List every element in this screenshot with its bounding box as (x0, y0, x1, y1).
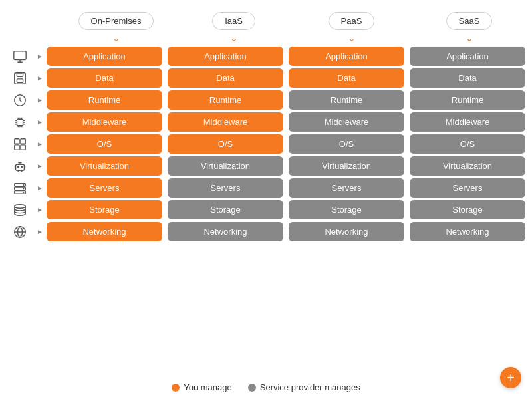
svg-point-18 (23, 192, 25, 193)
row-arrow-0: ► (33, 53, 47, 60)
table-row: ► Networking Networking Networking Netwo… (7, 222, 525, 241)
cell-0-1: Application (168, 47, 283, 66)
legend-provider-manages-label: Service provider manages (260, 382, 360, 392)
table-row: ► Servers Servers Servers Servers (7, 178, 525, 198)
svg-rect-8 (15, 144, 19, 149)
storage-icon (7, 203, 33, 217)
cell-1-3: Data (410, 68, 525, 88)
cell-0-2: Application (289, 47, 404, 66)
cell-3-3: Middleware (410, 112, 525, 132)
row-arrow-6: ► (33, 184, 47, 192)
cell-7-0: Storage (47, 200, 162, 219)
network-icon (7, 225, 33, 239)
row-arrow-8: ► (33, 228, 47, 235)
svg-point-12 (21, 166, 23, 168)
svg-point-16 (23, 184, 25, 186)
main-container: On-Premises IaaS PaaS SaaS ⌄ ⌄ ⌄ ⌄ (0, 0, 532, 399)
svg-rect-2 (17, 72, 23, 76)
cell-4-2: O/S (289, 134, 404, 154)
cell-2-0: Runtime (47, 90, 162, 110)
cell-7-1: Storage (168, 200, 283, 219)
server-icon (7, 181, 33, 196)
svg-rect-3 (17, 78, 23, 82)
svg-rect-0 (14, 51, 26, 59)
svg-point-17 (23, 188, 25, 189)
chevron-0: ⌄ (60, 33, 172, 43)
cell-2-3: Runtime (410, 90, 525, 110)
cell-5-0: Virtualization (47, 156, 162, 176)
legend-dot-orange (172, 384, 180, 392)
cell-6-1: Servers (168, 178, 283, 198)
row-arrow-2: ► (33, 96, 47, 104)
cell-3-1: Middleware (168, 112, 283, 132)
cell-7-2: Storage (289, 200, 404, 219)
svg-rect-6 (15, 138, 19, 143)
chevron-2: ⌄ (295, 33, 408, 43)
cell-5-2: Virtualization (289, 156, 404, 176)
row-arrow-3: ► (33, 118, 47, 126)
fab-button[interactable]: + (500, 367, 521, 388)
chevron-1: ⌄ (178, 33, 290, 43)
monitor-icon (7, 49, 33, 64)
row-cells-4: O/S O/S O/S O/S (47, 134, 525, 154)
row-arrow-1: ► (33, 74, 47, 82)
legend-provider-manages: Service provider manages (248, 382, 360, 392)
svg-point-11 (17, 166, 19, 168)
row-arrow-5: ► (33, 162, 47, 170)
grid-body: ► Application Application Application Ap… (7, 47, 525, 376)
cell-5-3: Virtualization (410, 156, 525, 176)
cell-6-3: Servers (410, 178, 525, 198)
col-header-pill-saas: SaaS (446, 12, 493, 30)
cell-4-3: O/S (410, 134, 525, 154)
cell-0-3: Application (410, 47, 525, 66)
cell-6-0: Servers (47, 178, 162, 198)
cell-2-2: Runtime (289, 90, 404, 110)
clock-icon (7, 93, 33, 108)
row-cells-1: Data Data Data Data (47, 68, 525, 88)
svg-rect-9 (21, 144, 25, 149)
table-row: ► Runtime Runtime Runtime Runtime (7, 90, 525, 110)
svg-point-19 (15, 204, 26, 208)
cell-4-1: O/S (168, 134, 283, 154)
cell-8-3: Networking (410, 222, 525, 241)
cell-0-0: Application (47, 47, 162, 66)
chevron-row: ⌄ ⌄ ⌄ ⌄ (7, 33, 525, 43)
row-cells-3: Middleware Middleware Middleware Middlew… (47, 112, 525, 132)
table-row: ► Virtualization Virtualization Virtuali… (7, 156, 525, 176)
col-header-pill-paas: PaaS (329, 12, 375, 30)
cell-8-1: Networking (168, 222, 283, 241)
table-row: ► O/S O/S O/S O/S (7, 134, 525, 154)
legend: You manage Service provider manages (172, 382, 360, 392)
cell-3-0: Middleware (47, 112, 162, 132)
svg-rect-10 (16, 164, 25, 170)
legend-you-manage: You manage (172, 382, 232, 392)
col-headers: On-Premises IaaS PaaS SaaS (60, 12, 525, 30)
cell-6-2: Servers (289, 178, 404, 198)
cell-1-0: Data (47, 68, 162, 88)
col-header-saas: SaaS (413, 12, 525, 30)
save-icon (7, 71, 33, 86)
col-header-iaas: IaaS (178, 12, 290, 30)
legend-you-manage-label: You manage (184, 382, 232, 392)
cell-7-3: Storage (410, 200, 525, 219)
cell-5-1: Virtualization (168, 156, 283, 176)
row-arrow-7: ► (33, 206, 47, 213)
cell-8-0: Networking (47, 222, 162, 241)
cell-4-0: O/S (47, 134, 162, 154)
table-row: ► Storage Storage Storage Storage (7, 200, 525, 219)
row-cells-6: Servers Servers Servers Servers (47, 178, 525, 198)
table-row: ► Application Application Application Ap… (7, 47, 525, 66)
svg-rect-5 (17, 119, 23, 125)
cell-3-2: Middleware (289, 112, 404, 132)
col-header-paas: PaaS (295, 12, 408, 30)
os-icon (7, 137, 33, 152)
cell-1-2: Data (289, 68, 404, 88)
col-header-on-premises: On-Premises (60, 12, 172, 30)
cell-8-2: Networking (289, 222, 404, 241)
col-header-pill-on-premises: On-Premises (78, 12, 154, 30)
robot-icon (7, 159, 33, 174)
row-arrow-4: ► (33, 140, 47, 148)
row-cells-0: Application Application Application Appl… (47, 47, 525, 66)
header-row: On-Premises IaaS PaaS SaaS (7, 12, 525, 30)
cell-2-1: Runtime (168, 90, 283, 110)
